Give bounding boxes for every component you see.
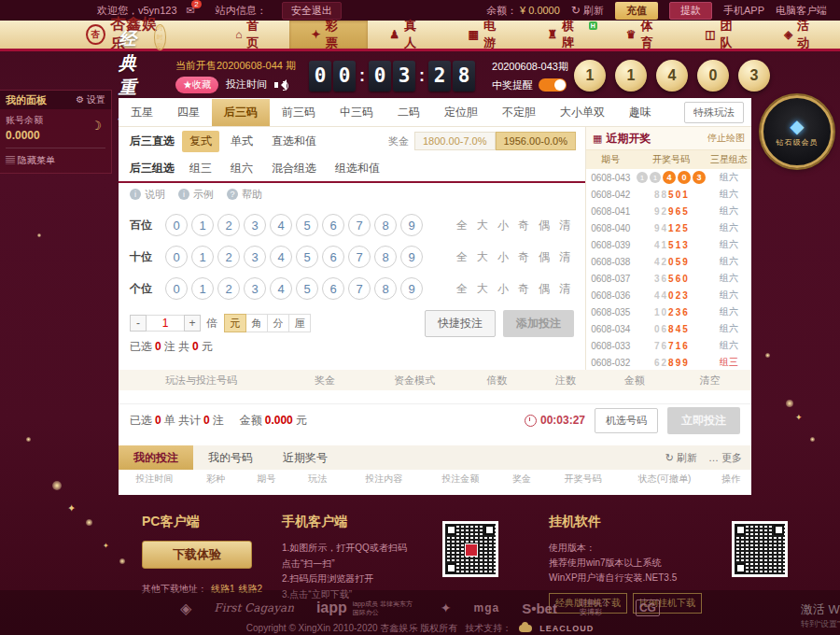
number-ball[interactable]: 7: [348, 214, 371, 236]
subplay-option[interactable]: 复式: [182, 131, 219, 152]
subplay-option[interactable]: 组三: [182, 158, 219, 179]
play-tab[interactable]: 趣味: [617, 99, 664, 126]
play-tab[interactable]: 后三码: [212, 99, 270, 126]
decrease-multiplier-button[interactable]: -: [130, 315, 147, 332]
nav-item-chess[interactable]: ♜棋牌H: [525, 21, 604, 49]
number-ball[interactable]: 3: [244, 277, 266, 300]
prize-rate-button[interactable]: 1800.00-7.0%: [414, 132, 496, 150]
subplay-option[interactable]: 单式: [223, 131, 260, 152]
number-ball[interactable]: 7: [348, 246, 371, 268]
add-bet-button[interactable]: 添加投注: [503, 310, 574, 337]
number-ball[interactable]: 1: [191, 277, 214, 300]
settings-button[interactable]: ⚙ 设置: [76, 93, 105, 106]
play-tab[interactable]: 五星: [119, 99, 165, 126]
money-unit[interactable]: 分: [267, 314, 289, 332]
number-ball[interactable]: 0: [165, 277, 188, 300]
play-tab[interactable]: 四星: [165, 99, 212, 126]
number-ball[interactable]: 5: [296, 214, 318, 236]
win-alert-toggle[interactable]: [539, 78, 567, 92]
number-ball[interactable]: 9: [400, 214, 423, 236]
quick-pick[interactable]: 奇: [518, 281, 529, 297]
mobile-app-link[interactable]: 手机APP: [723, 4, 764, 18]
quick-pick[interactable]: 奇: [518, 249, 529, 265]
favorite-button[interactable]: ★收藏: [175, 77, 218, 93]
number-ball[interactable]: 3: [244, 214, 266, 236]
refresh-balance-button[interactable]: ↻ 刷新: [571, 4, 604, 18]
number-ball[interactable]: 3: [244, 246, 266, 268]
quick-pick[interactable]: 大: [477, 249, 488, 265]
number-ball[interactable]: 6: [322, 214, 344, 236]
play-tab[interactable]: 不定胆: [490, 99, 548, 126]
download-experience-button[interactable]: 下载体验: [142, 541, 252, 569]
quick-pick[interactable]: 小: [497, 249, 509, 265]
number-ball[interactable]: 5: [296, 246, 318, 268]
quick-pick[interactable]: 全: [456, 218, 468, 233]
nav-item-live[interactable]: ♟真人: [368, 21, 446, 49]
quick-pick[interactable]: 小: [497, 281, 509, 297]
multiplier-value[interactable]: 1: [147, 315, 184, 332]
number-ball[interactable]: 1: [191, 246, 214, 268]
money-unit[interactable]: 厘: [288, 314, 311, 332]
number-ball[interactable]: 0: [165, 246, 188, 268]
number-ball[interactable]: 2: [217, 277, 240, 300]
money-unit[interactable]: 元: [224, 314, 246, 332]
number-ball[interactable]: 5: [296, 277, 318, 300]
number-ball[interactable]: 9: [400, 246, 423, 268]
nav-item-lottery[interactable]: ✦彩票: [289, 21, 368, 49]
subplay-option[interactable]: 组六: [223, 158, 260, 179]
number-ball[interactable]: 7: [348, 277, 371, 300]
mail-icon[interactable]: ✉2: [187, 5, 195, 17]
night-mode-icon[interactable]: ☽: [91, 119, 102, 133]
number-ball[interactable]: 4: [270, 214, 292, 236]
quick-pick[interactable]: 全: [456, 249, 468, 265]
random-pick-button[interactable]: 机选号码: [595, 408, 658, 433]
play-tab[interactable]: 定位胆: [432, 99, 490, 126]
help-link[interactable]: i说明: [130, 188, 165, 202]
increase-multiplier-button[interactable]: +: [184, 315, 201, 332]
quick-pick[interactable]: 大: [477, 218, 488, 233]
quick-pick[interactable]: 大: [477, 281, 488, 297]
prize-rate-button[interactable]: 1956.00-0.0%: [496, 132, 577, 150]
number-ball[interactable]: 8: [374, 214, 397, 236]
quick-pick[interactable]: 清: [559, 218, 570, 233]
subplay-option[interactable]: 混合组选: [264, 158, 324, 179]
history-tab[interactable]: 我的投注: [119, 445, 193, 470]
special-plays-button[interactable]: 特殊玩法: [684, 102, 744, 123]
number-ball[interactable]: 6: [322, 246, 344, 268]
play-tab[interactable]: 前三码: [270, 99, 328, 126]
speaker-icon[interactable]: [274, 79, 288, 91]
quick-pick[interactable]: 偶: [539, 218, 550, 233]
quick-pick[interactable]: 偶: [539, 249, 550, 265]
nav-item-home[interactable]: ⌂首页: [214, 21, 289, 49]
recharge-button[interactable]: 充值: [615, 2, 658, 20]
nav-item-sports[interactable]: ♛体育: [605, 21, 683, 49]
logout-button[interactable]: 安全退出: [282, 2, 342, 20]
play-tab[interactable]: 中三码: [328, 99, 385, 126]
number-ball[interactable]: 2: [217, 246, 240, 268]
subplay-option[interactable]: 组选和值: [328, 158, 387, 179]
number-ball[interactable]: 0: [165, 214, 188, 236]
history-tab[interactable]: 我的号码: [193, 445, 268, 470]
quick-pick[interactable]: 偶: [539, 281, 550, 297]
nav-item-gift[interactable]: ◈活动: [763, 21, 840, 49]
pc-client-link[interactable]: 电脑客户端: [776, 4, 827, 18]
quick-pick[interactable]: 清: [559, 249, 570, 265]
withdraw-button[interactable]: 提款: [669, 2, 712, 20]
history-tab[interactable]: 近期奖号: [268, 445, 343, 470]
number-ball[interactable]: 8: [374, 277, 397, 300]
quick-bet-button[interactable]: 快捷投注: [425, 310, 496, 337]
number-ball[interactable]: 8: [374, 246, 397, 268]
subplay-option[interactable]: 直选和值: [264, 131, 324, 152]
play-tab[interactable]: 大小单双: [548, 99, 617, 126]
number-ball[interactable]: 6: [322, 277, 344, 300]
help-link[interactable]: i示例: [178, 188, 214, 202]
quick-pick[interactable]: 奇: [518, 218, 529, 233]
nav-item-egame[interactable]: ▦电游: [447, 21, 526, 49]
number-ball[interactable]: 2: [217, 214, 240, 236]
help-link[interactable]: ?帮助: [227, 188, 262, 202]
number-ball[interactable]: 4: [270, 246, 292, 268]
nav-item-team[interactable]: ◫团队: [683, 21, 763, 49]
quick-pick[interactable]: 清: [559, 281, 570, 297]
money-unit[interactable]: 角: [245, 314, 268, 332]
quick-pick[interactable]: 全: [456, 281, 468, 297]
